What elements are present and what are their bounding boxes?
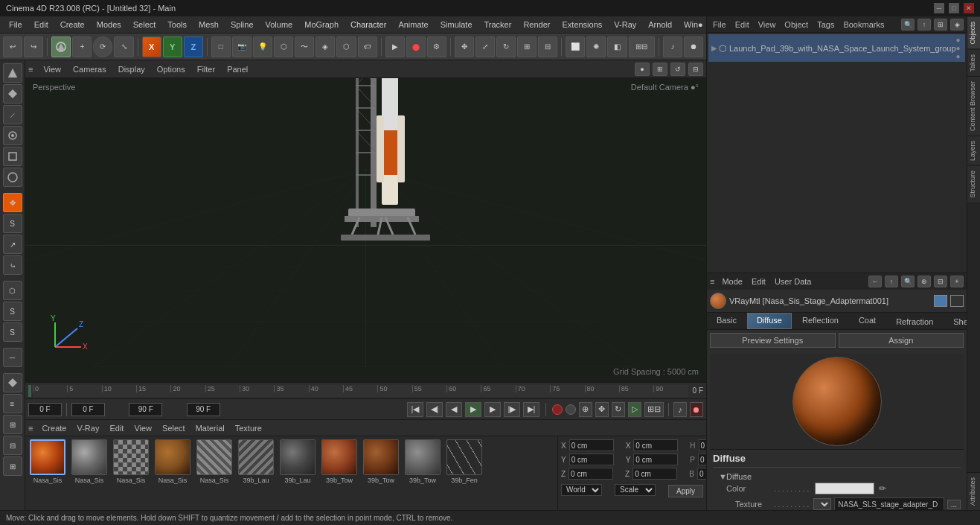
obj-menu-tags[interactable]: Tags (814, 19, 837, 31)
vtab-objects[interactable]: Objects (967, 16, 980, 49)
close-button[interactable]: ✕ (964, 3, 974, 13)
deform-btn[interactable]: 〜 (295, 36, 314, 57)
obj-icon3[interactable]: ⊞ (934, 19, 947, 31)
null-object-btn[interactable]: □ (211, 36, 231, 57)
render-settings-btn[interactable]: ⚙ (427, 36, 446, 57)
menu-simulate[interactable]: Simulate (435, 19, 478, 31)
sidebar-box-btn[interactable] (3, 147, 22, 166)
render-btn[interactable]: ⬤ (406, 36, 426, 57)
mat-slot-2[interactable]: Nasa_Sis (70, 439, 109, 484)
snap-btn[interactable]: ⊞ (517, 36, 537, 57)
sidebar-sphere-btn[interactable] (3, 168, 22, 187)
maximize-button[interactable]: □ (949, 3, 959, 13)
timeline-ruler[interactable]: 0 5 10 15 20 25 30 35 40 45 50 (25, 382, 706, 398)
tab-diffuse[interactable]: Diffuse (747, 313, 792, 329)
z-axis-button[interactable]: Z (184, 36, 203, 57)
coord-y-pos[interactable] (569, 454, 614, 465)
menu-volume[interactable]: Volume (260, 19, 299, 31)
x-axis-button[interactable]: X (142, 36, 161, 57)
obj-icon1[interactable]: 🔍 (901, 19, 915, 31)
attr-menu-mode[interactable]: Mode (719, 276, 746, 287)
mat-menu-vray[interactable]: V-Ray (74, 422, 102, 434)
menu-file[interactable]: File (3, 19, 28, 31)
tab-coat[interactable]: Coat (849, 313, 885, 329)
current-frame-input[interactable] (28, 403, 62, 416)
snap2-btn[interactable]: ⊟ (538, 36, 557, 57)
prim-btn[interactable]: ⬡ (274, 36, 293, 57)
anim-key-btn[interactable]: ⊕ (579, 402, 592, 417)
coord-z-size[interactable] (632, 468, 677, 480)
mat-menu-select[interactable]: Select (159, 422, 188, 434)
coord-b-rot[interactable] (697, 468, 706, 480)
menu-mesh[interactable]: Mesh (193, 19, 225, 31)
coord-world-select[interactable]: World Object (561, 484, 602, 496)
grid-btn[interactable]: ⊞⊟ (629, 36, 655, 57)
menu-animate[interactable]: Animate (392, 19, 434, 31)
obj-menu-object[interactable]: Object (781, 19, 811, 31)
mat-slot-8[interactable]: 39b_Tow (320, 439, 359, 484)
preview-settings-button[interactable]: Preview Settings (710, 333, 836, 348)
y-axis-button[interactable]: Y (163, 36, 182, 57)
camera-btn[interactable]: 📷 (232, 36, 252, 57)
sym-btn[interactable]: ◧ (607, 36, 627, 57)
sound-btn[interactable]: ♪ (663, 36, 682, 57)
mat-menu-create[interactable]: Create (39, 422, 69, 434)
vp-menu-options[interactable]: Options (153, 63, 190, 75)
effector-btn[interactable]: ◈ (316, 36, 335, 57)
sidebar-grid2-btn[interactable]: ⊞ (3, 415, 22, 434)
sidebar-edge-btn[interactable]: ⟋ (3, 105, 22, 124)
obj-icon2[interactable]: ↑ (917, 19, 931, 31)
menu-window[interactable]: Win● (678, 19, 706, 31)
next-key-button[interactable]: |▶ (504, 402, 520, 417)
color-swatch[interactable] (815, 483, 874, 494)
coord-z-pos[interactable] (569, 468, 613, 480)
mat-slot-3[interactable]: Nasa_Sis (112, 439, 150, 484)
rotate-tool-btn[interactable]: ↻ (496, 36, 516, 57)
rotate-btn[interactable]: ⟳ (93, 36, 112, 57)
mat-slot-6[interactable]: 39b_Lau (237, 439, 275, 484)
minimize-button[interactable]: ─ (934, 3, 944, 13)
vp-icon4[interactable]: ⊟ (688, 63, 703, 76)
vtab-layers[interactable]: Layers (967, 136, 980, 165)
vp-menu-cameras[interactable]: Cameras (68, 63, 111, 75)
tag-btn[interactable]: 🏷 (358, 36, 377, 57)
record-btn2[interactable]: ⏺ (690, 402, 703, 417)
light-btn[interactable]: 💡 (253, 36, 272, 57)
sidebar-bottom1-btn[interactable]: ⊟ (3, 436, 22, 455)
sidebar-mat-deform-btn[interactable] (3, 373, 22, 392)
sidebar-clone-btn[interactable]: S (3, 322, 22, 342)
vp-icon3[interactable]: ↺ (670, 63, 685, 76)
sidebar-bottom2-btn[interactable]: ⊞ (3, 456, 22, 476)
vp-icon1[interactable]: ● (635, 63, 650, 76)
record-btn[interactable]: ⏺ (684, 36, 703, 57)
render-view-btn[interactable]: ▶ (385, 36, 405, 57)
undo-button[interactable]: ↩ (3, 36, 22, 57)
obj-menu-bookmarks[interactable]: Bookmarks (840, 19, 887, 31)
redo-button[interactable]: ↪ (24, 36, 43, 57)
3d-viewport[interactable]: Perspective Default Camera ●° Grid Spaci… (25, 78, 706, 382)
mat-menu-view[interactable]: View (131, 422, 155, 434)
prev-frame-button[interactable]: ◀ (446, 402, 462, 417)
vp-menu-display[interactable]: Display (114, 63, 150, 75)
menu-edit[interactable]: Edit (28, 19, 54, 31)
tab-reflection[interactable]: Reflection (792, 313, 848, 329)
sidebar-move-btn[interactable]: ✥ (3, 193, 22, 212)
menu-tracker[interactable]: Tracker (478, 19, 518, 31)
attr-plus-btn[interactable]: + (950, 276, 964, 287)
vp-menu-filter[interactable]: Filter (193, 63, 220, 75)
obj-item-launch-pad[interactable]: ▶ ⬡ Launch_Pad_39b_with_NASA_Space_Launc… (708, 34, 965, 62)
coord-y-size[interactable] (633, 454, 678, 465)
mat-slot-1[interactable]: Nasa_Sis (28, 439, 67, 484)
render-end-input[interactable] (187, 403, 220, 416)
field-btn[interactable]: ⬡ (336, 36, 356, 57)
go-start-button[interactable]: |◀ (407, 402, 423, 417)
coord-scale-select[interactable]: Scale Size (615, 484, 656, 496)
mat-menu-material[interactable]: Material (193, 422, 228, 434)
obj-icon4[interactable]: ◈ (950, 19, 964, 31)
sidebar-material-btn[interactable]: ⬡ (3, 281, 22, 300)
coord-apply-button[interactable]: Apply (668, 485, 703, 497)
go-end-button[interactable]: ▶| (523, 402, 539, 417)
anim-grid-btn[interactable]: ⊞⊟ (644, 402, 664, 417)
coord-x-size[interactable] (633, 439, 678, 451)
select-all-btn[interactable]: ⬜ (566, 36, 585, 57)
